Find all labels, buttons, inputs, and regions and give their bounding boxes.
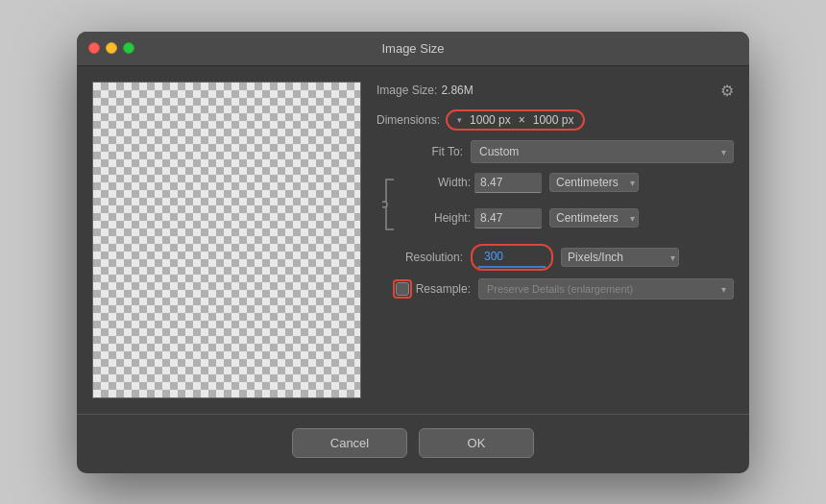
- button-row: Cancel OK: [77, 415, 749, 473]
- cancel-button[interactable]: Cancel: [292, 428, 407, 458]
- dimensions-row: Dimensions: ▾ 1000 px × 1000 px: [377, 109, 734, 131]
- height-unit-wrapper: Centimeters Inches Pixels Millimeters: [549, 208, 639, 228]
- height-row: Height: Centimeters Inches Pixels Millim…: [403, 208, 734, 228]
- link-bracket-container: [377, 173, 401, 236]
- wh-fields: Width: Centimeters Inches Pixels Millime…: [403, 173, 734, 236]
- resample-checkbox-highlight: [393, 279, 412, 299]
- traffic-lights: [88, 42, 134, 54]
- minimize-button[interactable]: [106, 42, 117, 54]
- resolution-highlight: [471, 244, 553, 271]
- dimensions-label: Dimensions:: [377, 113, 440, 127]
- height-label: Height:: [403, 211, 471, 225]
- fit-to-select-wrapper: Custom Original Size US Paper Internatio…: [471, 140, 734, 163]
- width-height-section: Width: Centimeters Inches Pixels Millime…: [377, 173, 734, 236]
- resample-method-select[interactable]: Preserve Details (enlargement) Automatic…: [478, 278, 734, 300]
- resolution-row: Resolution: Pixels/Inch Pixels/Centimete…: [377, 244, 734, 271]
- image-size-dialog: Image Size Image Size: 2.86M ⚙ Dimension…: [77, 32, 749, 473]
- width-unit-select[interactable]: Centimeters Inches Pixels Millimeters: [549, 173, 639, 192]
- height-input[interactable]: [474, 208, 542, 228]
- resolution-input[interactable]: [478, 247, 546, 268]
- resolution-label: Resolution:: [377, 251, 463, 264]
- resample-method-wrapper: Preserve Details (enlargement) Automatic…: [478, 278, 734, 300]
- maximize-button[interactable]: [123, 42, 134, 54]
- canvas-preview: [92, 82, 361, 398]
- svg-point-0: [382, 202, 387, 207]
- gear-icon[interactable]: ⚙: [720, 82, 734, 100]
- dialog-title: Image Size: [381, 41, 444, 56]
- link-bracket-svg: [382, 178, 396, 231]
- ok-button[interactable]: OK: [419, 428, 534, 458]
- dialog-body: Image Size: 2.86M ⚙ Dimensions: ▾ 1000 p…: [77, 66, 749, 414]
- resolution-unit-wrapper: Pixels/Inch Pixels/Centimeter: [561, 248, 679, 267]
- image-size-row: Image Size: 2.86M ⚙: [377, 82, 734, 100]
- resample-label: Resample:: [416, 282, 471, 296]
- fit-to-label: Fit To:: [377, 145, 463, 158]
- dimensions-height: 1000 px: [533, 113, 574, 127]
- width-unit-wrapper: Centimeters Inches Pixels Millimeters: [549, 173, 639, 192]
- close-button[interactable]: [88, 42, 100, 54]
- width-label: Width:: [403, 176, 471, 189]
- image-size-label: Image Size:: [377, 84, 437, 97]
- dimensions-cross: ×: [519, 113, 525, 127]
- title-bar: Image Size: [77, 32, 749, 66]
- fit-to-select[interactable]: Custom Original Size US Paper Internatio…: [471, 140, 734, 163]
- resolution-unit-select[interactable]: Pixels/Inch Pixels/Centimeter: [561, 248, 679, 267]
- dimensions-dropdown-icon[interactable]: ▾: [457, 115, 462, 125]
- height-unit-select[interactable]: Centimeters Inches Pixels Millimeters: [549, 208, 639, 228]
- resample-row: Resample: Preserve Details (enlargement)…: [377, 278, 734, 300]
- right-panel: Image Size: 2.86M ⚙ Dimensions: ▾ 1000 p…: [377, 82, 734, 398]
- dimensions-highlight: ▾ 1000 px × 1000 px: [446, 109, 585, 131]
- fit-to-row: Fit To: Custom Original Size US Paper In…: [377, 140, 734, 163]
- width-row: Width: Centimeters Inches Pixels Millime…: [403, 173, 734, 193]
- resample-checkbox-area: Resample:: [377, 279, 471, 299]
- image-size-value: 2.86M: [441, 84, 720, 97]
- width-input[interactable]: [474, 173, 542, 193]
- resample-checkbox[interactable]: [396, 282, 409, 296]
- dimensions-width: 1000 px: [470, 113, 511, 127]
